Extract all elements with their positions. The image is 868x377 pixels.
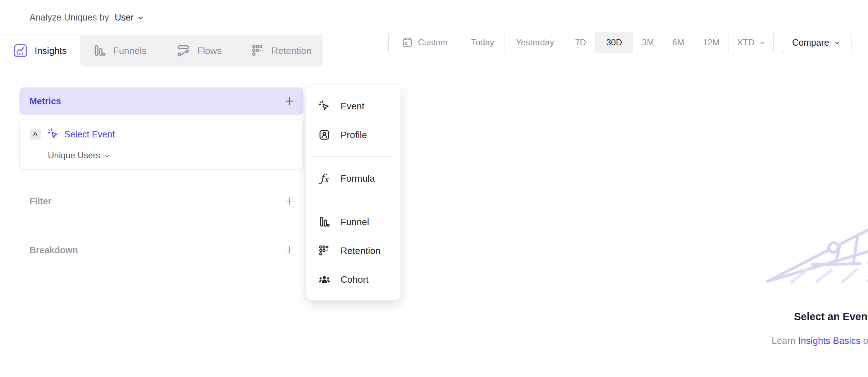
metrics-section-header: Metrics — [19, 87, 303, 115]
empty-state-title: Select an Event — [794, 311, 868, 323]
date-segment-label: Today — [471, 37, 494, 47]
funnel-bars-icon — [317, 215, 331, 228]
tab-insights[interactable]: Insights — [0, 35, 80, 67]
breakdown-title: Breakdown — [29, 245, 78, 255]
menu-item-label: Formula — [341, 173, 375, 184]
tab-flows[interactable]: Flows — [159, 35, 239, 67]
date-segment-12m[interactable]: 12M — [694, 32, 729, 53]
menu-item-label: Retention — [341, 245, 380, 256]
menu-item-funnel[interactable]: Funnel — [306, 208, 401, 236]
date-range-control: Custom Today Yesterday 7D 30D 3M 6M 12M … — [388, 32, 774, 53]
tab-label: Funnels — [113, 45, 147, 56]
flows-icon — [177, 44, 191, 58]
date-segment-label: 12M — [703, 37, 720, 47]
insights-report-page: Analyze Uniques by User Insights — [0, 0, 868, 377]
report-type-tabs: Insights Funnels — [0, 35, 323, 67]
tab-label: Flows — [197, 45, 222, 56]
menu-item-profile[interactable]: Profile — [306, 121, 401, 149]
menu-item-formula[interactable]: ƒx Formula — [306, 164, 401, 193]
date-segment-xtd[interactable]: XTD — [729, 32, 773, 53]
date-segment-label: 30D — [606, 37, 622, 47]
tab-funnels[interactable]: Funnels — [80, 35, 159, 67]
menu-item-label: Funnel — [341, 217, 369, 228]
metrics-title: Metrics — [29, 96, 61, 106]
date-segment-6m[interactable]: 6M — [663, 32, 694, 53]
compare-label: Compare — [792, 37, 829, 48]
analyze-by-value: User — [115, 12, 134, 23]
metric-row-card: A Select Event Unique Users — [19, 119, 303, 169]
analyze-label: Analyze Uniques by — [29, 12, 109, 23]
insights-basics-link[interactable]: Insights Basics — [798, 335, 860, 346]
plus-icon — [284, 196, 295, 206]
plus-icon — [284, 245, 295, 255]
retention-dots-icon — [317, 244, 331, 257]
date-segment-label: 3M — [642, 37, 654, 47]
menu-item-retention[interactable]: Retention — [306, 236, 401, 265]
tab-label: Insights — [35, 45, 67, 56]
calendar-icon — [402, 37, 413, 48]
metric-type-menu: Event Profile ƒx Formula — [306, 85, 401, 300]
date-segment-label: Custom — [418, 37, 448, 47]
menu-item-label: Event — [341, 101, 365, 112]
empty-state-subtitle: Learn Insights Basics o — [772, 335, 868, 346]
date-segment-today[interactable]: Today — [461, 32, 504, 53]
analyze-header: Analyze Uniques by User — [0, 0, 323, 35]
date-segment-label: 6M — [672, 37, 684, 47]
menu-item-cohort[interactable]: Cohort — [306, 265, 401, 294]
menu-item-event[interactable]: Event — [306, 92, 401, 121]
formula-fx-icon: ƒx — [317, 173, 331, 184]
event-cursor-icon — [47, 128, 59, 140]
date-segment-label: 7D — [575, 37, 586, 47]
menu-divider — [312, 156, 395, 157]
select-event-label: Select Event — [64, 129, 115, 140]
aggregation-label: Unique Users — [48, 150, 100, 160]
chevron-down-icon — [759, 40, 765, 46]
menu-item-label: Cohort — [341, 274, 369, 285]
aggregation-selector[interactable]: Unique Users — [48, 150, 110, 160]
compare-button[interactable]: Compare — [781, 32, 851, 53]
chevron-down-icon — [834, 40, 840, 46]
funnels-bars-icon — [92, 44, 107, 58]
empty-state-chart-illustration — [750, 212, 868, 316]
metric-letter-badge: A — [30, 129, 41, 140]
plus-icon — [284, 96, 295, 106]
menu-item-label: Profile — [341, 130, 367, 141]
tab-label: Retention — [271, 45, 311, 56]
select-event-button[interactable]: Select Event — [47, 128, 115, 140]
profile-icon — [317, 129, 331, 141]
date-segment-7d[interactable]: 7D — [566, 32, 595, 53]
subtitle-suffix: o — [863, 335, 868, 346]
insights-chart-icon — [13, 43, 28, 58]
analyze-by-selector[interactable]: User — [115, 12, 144, 23]
date-segment-3m[interactable]: 3M — [633, 32, 663, 53]
date-segment-label: Yesterday — [516, 37, 554, 47]
add-metric-button[interactable] — [284, 96, 295, 106]
breakdown-section: Breakdown — [19, 242, 303, 258]
date-segment-custom[interactable]: Custom — [389, 32, 461, 53]
tab-retention[interactable]: Retention — [239, 35, 323, 67]
add-filter-button[interactable] — [284, 196, 295, 206]
chevron-down-icon — [104, 153, 110, 159]
chevron-down-icon — [137, 15, 144, 21]
retention-dots-icon — [251, 44, 265, 58]
query-builder-panel: Analyze Uniques by User Insights — [0, 0, 323, 377]
date-segment-yesterday[interactable]: Yesterday — [504, 32, 566, 53]
menu-divider — [312, 200, 395, 200]
date-segment-30d-selected[interactable]: 30D — [595, 32, 633, 53]
date-segment-label: XTD — [737, 37, 754, 47]
inactive-tab-group: Funnels Flows — [80, 35, 323, 67]
event-cursor-icon — [317, 100, 331, 112]
filter-title: Filter — [29, 196, 51, 206]
cohort-people-icon — [317, 273, 331, 286]
subtitle-prefix: Learn — [772, 335, 796, 346]
filter-section: Filter — [19, 193, 303, 209]
add-breakdown-button[interactable] — [284, 245, 295, 255]
